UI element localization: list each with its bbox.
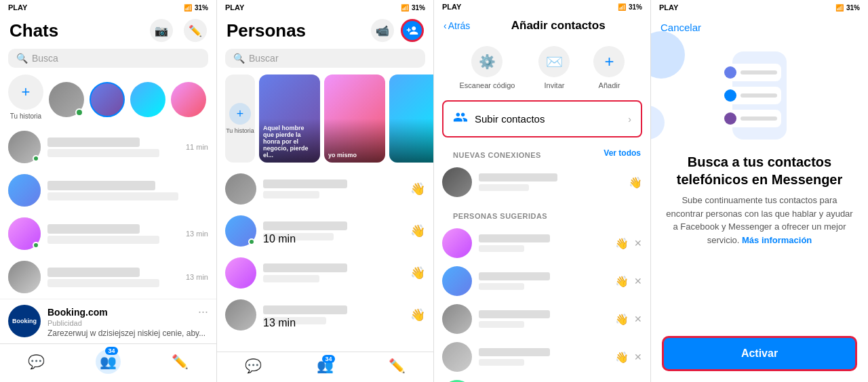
suggested-1[interactable]: 👋 ✕ bbox=[434, 224, 650, 262]
people-item-4[interactable]: 13 min 👋 bbox=[217, 294, 433, 336]
invite-option[interactable]: ✉️ Invitar bbox=[538, 46, 570, 89]
nav-people-2[interactable]: 👥 34 bbox=[289, 358, 361, 374]
add-story-btn[interactable]: + bbox=[8, 75, 43, 110]
people-list: 👋 10 min 👋 👋 13 min bbox=[217, 168, 433, 352]
wave-icon-1[interactable]: 👋 bbox=[410, 182, 425, 196]
story-1[interactable] bbox=[49, 82, 84, 120]
story-avatar-3[interactable] bbox=[130, 82, 165, 117]
scan-label: Escanear código bbox=[460, 81, 515, 89]
people-sub-4: 13 min bbox=[263, 317, 326, 324]
chats-search[interactable]: 🔍 Busca bbox=[8, 49, 208, 68]
dismiss-btn-s3[interactable]: ✕ bbox=[634, 314, 642, 324]
upload-contacts-row[interactable]: Subir contactos › bbox=[442, 100, 642, 137]
upload-chevron-icon: › bbox=[628, 114, 631, 125]
people-avatar-3 bbox=[225, 257, 256, 289]
story-avatar-4[interactable] bbox=[171, 82, 206, 117]
nav-stories-1[interactable]: ✏️ bbox=[144, 349, 216, 374]
panel-add-contacts: PLAY 📶 31% ‹ Atrás Añadir contactos ⚙️ E… bbox=[434, 0, 651, 382]
nav-compose-2[interactable]: ✏️ bbox=[361, 358, 433, 374]
nav-chats-2[interactable]: 💬 bbox=[217, 358, 289, 374]
wave-icon-2[interactable]: 👋 bbox=[410, 224, 425, 238]
wave-btn-s4[interactable]: 👋 bbox=[615, 351, 629, 364]
wave-btn-s2[interactable]: 👋 bbox=[615, 275, 629, 288]
suggested-3[interactable]: 👋 ✕ bbox=[434, 300, 650, 338]
people-item-3[interactable]: 👋 bbox=[217, 252, 433, 294]
add-icon-btn[interactable]: + bbox=[593, 46, 625, 77]
wave-icon-3[interactable]: 👋 bbox=[410, 266, 425, 280]
booking-info: Booking.com ··· Publicidad Zarezerwuj w … bbox=[47, 305, 208, 338]
signal-icon-4: 📶 bbox=[835, 4, 844, 12]
suggested-5[interactable]: 📺 👋 ✕ bbox=[434, 376, 650, 382]
chat-item-4[interactable]: 13 min bbox=[0, 255, 216, 299]
new-connection-1[interactable]: 👋 bbox=[434, 163, 650, 201]
story-2[interactable] bbox=[90, 82, 125, 120]
wave-btn-s1[interactable]: 👋 bbox=[615, 237, 629, 250]
panel-personas: PLAY 📶 31% Personas 📹 🔍 Buscar + Tu hist… bbox=[217, 0, 434, 382]
chat-item-3[interactable]: 13 min bbox=[0, 212, 216, 255]
nav-people-1[interactable]: 👥 34 bbox=[72, 349, 144, 374]
chat-name-4 bbox=[47, 268, 140, 277]
people-sub-1 bbox=[263, 191, 319, 198]
story-card-2[interactable]: yo mismo bbox=[324, 75, 385, 163]
suggested-avatar-2 bbox=[442, 266, 472, 296]
chat-item-1[interactable]: 11 min bbox=[0, 125, 216, 169]
suggested-name-1 bbox=[479, 234, 550, 242]
chat-meta-3: 13 min bbox=[186, 230, 208, 238]
stories-row: + Tu historia bbox=[0, 72, 216, 125]
add-story-card[interactable]: + Tu historia bbox=[225, 75, 255, 163]
suggested-avatar-1 bbox=[442, 228, 472, 258]
story-avatar-2[interactable] bbox=[90, 82, 125, 117]
connection-actions-1: 👋 bbox=[629, 176, 642, 189]
story-avatar-1[interactable] bbox=[49, 82, 84, 117]
personas-search[interactable]: 🔍 Buscar bbox=[225, 49, 425, 68]
story-4[interactable] bbox=[171, 82, 206, 120]
booking-ad[interactable]: Booking Booking.com ··· Publicidad Zarez… bbox=[0, 299, 216, 343]
people-avatar-1 bbox=[225, 173, 256, 205]
people-avatar-4 bbox=[225, 299, 256, 331]
compose-button[interactable]: ✏️ bbox=[184, 19, 207, 42]
dismiss-btn-s4[interactable]: ✕ bbox=[634, 352, 642, 362]
scan-icon-btn[interactable]: ⚙️ bbox=[471, 46, 502, 77]
bottom-nav-2: 💬 👥 34 ✏️ bbox=[217, 352, 433, 382]
dismiss-btn-s2[interactable]: ✕ bbox=[634, 276, 642, 286]
nav-chats-1[interactable]: 💬 bbox=[0, 349, 72, 374]
dismiss-btn-s1[interactable]: ✕ bbox=[634, 238, 642, 249]
panel-upload-promo: PLAY 📶 31% Cancelar Busca a bbox=[651, 0, 868, 382]
suggested-2[interactable]: 👋 ✕ bbox=[434, 262, 650, 300]
add-option[interactable]: + Añadir bbox=[593, 46, 625, 89]
invite-label: Invitar bbox=[544, 81, 564, 89]
people-item-2[interactable]: 10 min 👋 bbox=[217, 210, 433, 252]
invite-icon-btn[interactable]: ✉️ bbox=[538, 46, 570, 77]
story-3[interactable] bbox=[130, 82, 165, 120]
camera-button[interactable]: 📷 bbox=[150, 19, 173, 42]
suggested-avatar-4 bbox=[442, 342, 472, 372]
chat-info-3 bbox=[47, 224, 179, 244]
wave-btn-s3[interactable]: 👋 bbox=[615, 313, 629, 326]
online-status-1 bbox=[33, 155, 39, 162]
wave-btn-1[interactable]: 👋 bbox=[629, 176, 642, 189]
back-label: Atrás bbox=[448, 20, 471, 31]
people-name-4 bbox=[263, 305, 347, 314]
chat-info-2 bbox=[47, 181, 201, 200]
story-card-3[interactable] bbox=[389, 75, 433, 163]
see-all-button[interactable]: Ver todos bbox=[604, 148, 641, 158]
carrier-4: PLAY bbox=[659, 3, 678, 12]
activate-button[interactable]: Activar bbox=[662, 336, 857, 371]
chat-item-2[interactable] bbox=[0, 169, 216, 212]
people-badge-2: 34 bbox=[322, 355, 334, 363]
video-icon-btn[interactable]: 📹 bbox=[371, 19, 394, 42]
nuevas-conexiones-label: NUEVAS CONEXIONES bbox=[443, 144, 551, 162]
wave-icon-4[interactable]: 👋 bbox=[410, 307, 425, 322]
promo-more-info-link[interactable]: Más información bbox=[742, 235, 812, 245]
chat-preview-1 bbox=[47, 149, 159, 157]
people-item-1[interactable]: 👋 bbox=[217, 168, 433, 210]
connection-info-1 bbox=[479, 173, 622, 191]
status-bar-3: PLAY 📶 31% bbox=[434, 0, 650, 14]
add-story[interactable]: + Tu historia bbox=[8, 75, 43, 120]
suggested-4[interactable]: 👋 ✕ bbox=[434, 338, 650, 376]
back-chevron-icon: ‹ bbox=[443, 20, 447, 31]
add-person-button[interactable] bbox=[401, 19, 424, 42]
story-card-1[interactable]: Aquel hombre que pierde la honra por el … bbox=[259, 75, 320, 163]
back-button[interactable]: ‹ Atrás bbox=[443, 20, 470, 31]
scan-option[interactable]: ⚙️ Escanear código bbox=[460, 46, 515, 89]
